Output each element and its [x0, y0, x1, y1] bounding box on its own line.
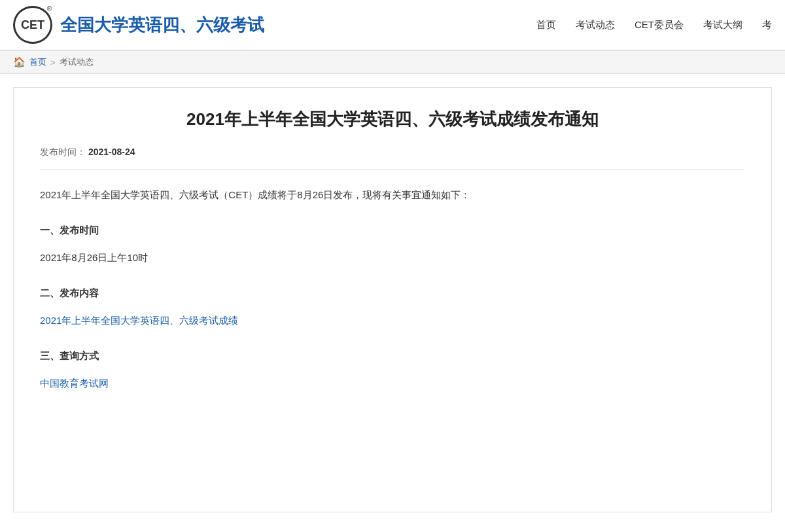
site-header: CET 全国大学英语四、六级考试 首页 考试动态 CET委员会 考试大纲 考	[0, 0, 785, 51]
section1-text: 2021年8月26日上午10时	[40, 248, 745, 268]
home-icon: 🏠	[13, 56, 26, 68]
nav-exam-news[interactable]: 考试动态	[576, 19, 615, 31]
logo-badge: CET	[13, 6, 52, 44]
site-title: 全国大学英语四、六级考试	[60, 14, 264, 37]
section2-link[interactable]: 2021年上半年全国大学英语四、六级考试成绩	[40, 315, 238, 326]
meta-date: 2021-08-24	[88, 147, 135, 157]
breadcrumb-separator: >	[50, 58, 56, 67]
article-title: 2021年上半年全国大学英语四、六级考试成绩发布通知	[40, 107, 745, 131]
article-intro: 2021年上半年全国大学英语四、六级考试（CET）成绩将于8月26日发布，现将有…	[40, 185, 745, 205]
meta-label: 发布时间：	[40, 147, 86, 157]
nav-more[interactable]: 考	[762, 19, 772, 31]
section1-heading: 一、发布时间	[40, 221, 745, 240]
article-box: 2021年上半年全国大学英语四、六级考试成绩发布通知 发布时间： 2021-08…	[13, 87, 772, 512]
main-container: 2021年上半年全国大学英语四、六级考试成绩发布通知 发布时间： 2021-08…	[0, 74, 785, 532]
breadcrumb-current: 考试动态	[60, 56, 94, 68]
section2-heading: 二、发布内容	[40, 283, 745, 303]
article-content: 2021年上半年全国大学英语四、六级考试（CET）成绩将于8月26日发布，现将有…	[40, 185, 745, 393]
nav-cet-committee[interactable]: CET委员会	[635, 19, 684, 31]
breadcrumb: 🏠 首页 > 考试动态	[0, 51, 785, 74]
main-nav: 首页 考试动态 CET委员会 考试大纲 考	[536, 19, 772, 31]
nav-syllabus[interactable]: 考试大纲	[703, 19, 742, 31]
section3-link[interactable]: 中国教育考试网	[40, 378, 109, 389]
nav-home[interactable]: 首页	[536, 19, 556, 31]
logo-text: CET	[21, 18, 44, 32]
article-meta: 发布时间： 2021-08-24	[40, 147, 745, 169]
breadcrumb-home-link[interactable]: 首页	[29, 56, 46, 68]
section3-heading: 三、查询方式	[40, 346, 745, 366]
logo-area: CET 全国大学英语四、六级考试	[13, 6, 264, 44]
